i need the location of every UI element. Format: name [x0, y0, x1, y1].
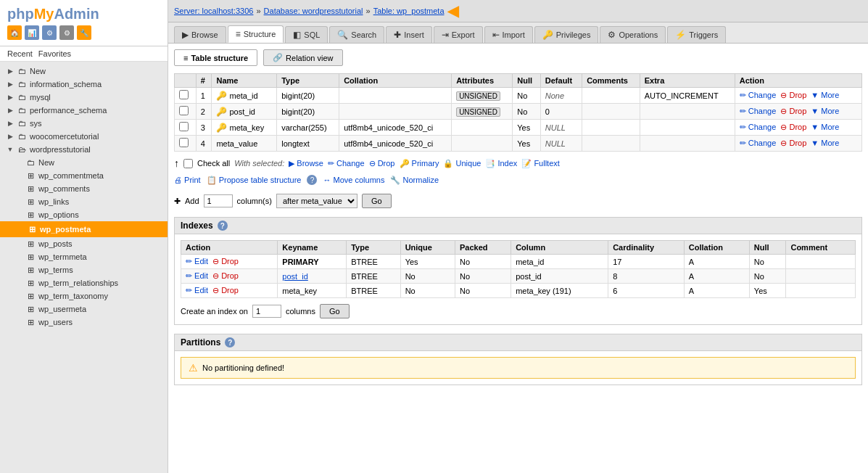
tree-item-wp-commentmeta[interactable]: ⊞ wp_commentmeta	[0, 169, 168, 182]
item-icon: ⊞	[25, 170, 36, 181]
print-link[interactable]: 🖨 Print	[174, 176, 201, 184]
index-selected-btn[interactable]: 📑 Index	[485, 159, 517, 168]
add-columns-go-btn[interactable]: Go	[362, 194, 392, 208]
drop-link-0[interactable]: ⊖ Drop	[780, 91, 806, 99]
change-link-2[interactable]: ✏ Change	[740, 123, 777, 131]
item-icon: ⊞	[25, 251, 36, 263]
tab-search[interactable]: 🔍Search	[329, 26, 384, 43]
tree-item-wp-links[interactable]: ⊞ wp_links	[0, 195, 168, 208]
config-icon[interactable]: ⚙	[59, 25, 74, 40]
tree-item-sys[interactable]: ▶ 🗀 sys	[0, 117, 168, 130]
keyname-link-1[interactable]: post_id	[282, 272, 307, 281]
partitions-title: Partitions	[181, 337, 220, 347]
tree-item-new[interactable]: 🗀 New	[0, 156, 168, 169]
tab-structure[interactable]: ≡Structure	[228, 25, 284, 43]
tree-item-mysql[interactable]: ▶ 🗀 mysql	[0, 91, 168, 104]
more-link-1[interactable]: ▼ More	[811, 107, 839, 115]
tree-item-performance-schema[interactable]: ▶ 🗀 performance_schema	[0, 104, 168, 117]
tree-item-wordpresstutorial[interactable]: ▼ 🗁 wordpresstutorial	[0, 143, 168, 156]
add-columns-input[interactable]	[204, 194, 233, 207]
unique-selected-btn[interactable]: 🔒 Unique	[443, 159, 481, 168]
settings-icon[interactable]: ⚙	[42, 25, 57, 40]
change-link-0[interactable]: ✏ Change	[740, 91, 777, 99]
more-link-2[interactable]: ▼ More	[811, 123, 839, 131]
tree-item-wp-posts[interactable]: ⊞ wp_posts	[0, 237, 168, 250]
table-row: 2 🔑 post_id bigint(20) UNSIGNED No 0 ✏ C…	[175, 104, 862, 120]
row-checkbox-0[interactable]	[179, 90, 189, 99]
move-up-icon[interactable]: ↑	[174, 157, 179, 169]
tab-triggers[interactable]: ⚡Triggers	[667, 26, 726, 43]
tab-insert[interactable]: ✚Insert	[386, 26, 432, 43]
row-type: bigint(20)	[277, 88, 339, 104]
row-checkbox-1[interactable]	[179, 106, 189, 115]
drop-link-1[interactable]: ⊖ Drop	[780, 107, 806, 115]
recent-link[interactable]: Recent	[7, 49, 33, 58]
favorites-link[interactable]: Favorites	[38, 49, 71, 58]
indexes-help-icon[interactable]: ?	[218, 221, 228, 231]
propose-help-icon[interactable]: ?	[307, 175, 317, 185]
item-icon: ⊞	[25, 196, 36, 207]
idx-col-comment: Comment	[786, 241, 856, 255]
index-edit-0[interactable]: ✏ Edit	[186, 257, 208, 266]
partitions-help-icon[interactable]: ?	[225, 337, 235, 347]
drop-selected-btn[interactable]: ⊖ Drop	[369, 159, 395, 168]
tree-item-wp-terms[interactable]: ⊞ wp_terms	[0, 263, 168, 276]
index-drop-0[interactable]: ⊖ Drop	[212, 257, 239, 266]
tree-item-wp-term-relationships[interactable]: ⊞ wp_term_relationships	[0, 276, 168, 289]
move-columns-link[interactable]: ↔ Move columns	[323, 176, 384, 184]
logo-icons: 🏠 📊 ⚙ ⚙ 🔧	[7, 25, 160, 40]
more-link-0[interactable]: ▼ More	[811, 91, 839, 99]
tree-item-information-schema[interactable]: ▶ 🗀 information_schema	[0, 78, 168, 91]
more-link-3[interactable]: ▼ More	[811, 139, 839, 147]
home-icon[interactable]: 🏠	[7, 25, 22, 40]
breadcrumb-database[interactable]: Database: wordpresstutorial	[264, 7, 363, 15]
breadcrumb-server[interactable]: Server: localhost:3306	[174, 7, 253, 15]
tree-item-wp-comments[interactable]: ⊞ wp_comments	[0, 182, 168, 195]
propose-structure-link[interactable]: 📋 Propose table structure	[207, 176, 302, 185]
tree-item-wp-options[interactable]: ⊞ wp_options	[0, 208, 168, 221]
table-structure-btn[interactable]: ≡ Table structure	[174, 49, 257, 66]
tab-import[interactable]: ⇤Import	[484, 26, 533, 43]
index-edit-1[interactable]: ✏ Edit	[186, 271, 208, 280]
check-all-checkbox[interactable]	[183, 159, 193, 168]
index-edit-2[interactable]: ✏ Edit	[186, 286, 208, 295]
create-index-input[interactable]	[252, 305, 281, 318]
expander-icon	[15, 197, 23, 206]
tree-item-woocomercetutorial[interactable]: ▶ 🗀 woocomercetutorial	[0, 130, 168, 143]
tab-operations[interactable]: ⚙Operations	[600, 26, 666, 43]
tree-item-wp-term-taxonomy[interactable]: ⊞ wp_term_taxonomy	[0, 289, 168, 303]
breadcrumb-table[interactable]: Table: wp_postmeta	[373, 7, 445, 15]
chart-icon[interactable]: 📊	[25, 25, 39, 40]
change-selected-btn[interactable]: ✏ Change	[328, 159, 365, 168]
row-checkbox-3[interactable]	[179, 138, 189, 147]
index-drop-1[interactable]: ⊖ Drop	[212, 271, 239, 280]
tab-sql[interactable]: ◧SQL	[285, 26, 328, 43]
tree-item-wp-termmeta[interactable]: ⊞ wp_termmeta	[0, 250, 168, 263]
tab-privileges[interactable]: 🔑Privileges	[534, 26, 599, 43]
tree-item-new[interactable]: ▶ 🗀 New	[0, 65, 168, 78]
drop-link-2[interactable]: ⊖ Drop	[780, 123, 806, 131]
item-icon: 🗀	[16, 91, 28, 103]
relation-view-btn[interactable]: 🔗 Relation view	[263, 49, 342, 66]
row-checkbox-2[interactable]	[179, 122, 189, 131]
no-partitioning-text: No partitioning defined!	[202, 363, 284, 372]
item-icon: ⊞	[25, 209, 36, 221]
create-index-go-btn[interactable]: Go	[320, 304, 350, 318]
add-after-select[interactable]: after meta_value at beginning at end	[276, 194, 357, 208]
tab-browse[interactable]: ▶Browse	[174, 26, 226, 43]
tree-item-wp-usermeta[interactable]: ⊞ wp_usermeta	[0, 303, 168, 316]
index-drop-2[interactable]: ⊖ Drop	[212, 286, 239, 295]
item-icon: 🗀	[16, 104, 28, 116]
tree-item-wp-users[interactable]: ⊞ wp_users	[0, 316, 168, 329]
primary-selected-btn[interactable]: 🔑 Primary	[400, 159, 439, 168]
change-link-1[interactable]: ✏ Change	[740, 107, 777, 115]
tools-icon[interactable]: 🔧	[77, 25, 91, 40]
normalize-link[interactable]: 🔧 Normalize	[390, 176, 439, 185]
browse-selected-btn[interactable]: ▶ Browse	[289, 159, 323, 168]
change-link-3[interactable]: ✏ Change	[740, 139, 777, 147]
drop-link-3[interactable]: ⊖ Drop	[780, 139, 806, 147]
tab-export[interactable]: ⇥Export	[434, 26, 483, 43]
fulltext-selected-btn[interactable]: 📝 Fulltext	[521, 159, 560, 168]
tree-item-wp-postmeta[interactable]: ⊞ wp_postmeta	[0, 221, 168, 237]
idx-col-collation: Collation	[684, 241, 749, 255]
